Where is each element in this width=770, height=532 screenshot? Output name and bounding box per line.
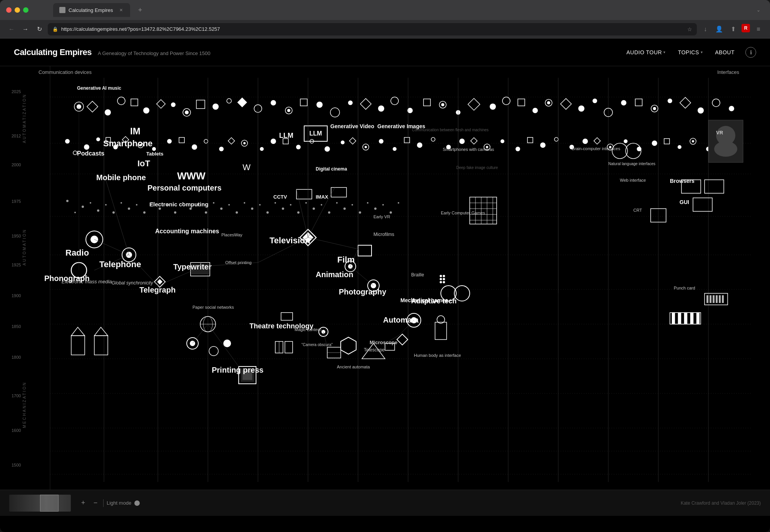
svg-point-237: [128, 207, 130, 210]
menu-icon[interactable]: ≡: [753, 24, 764, 35]
svg-point-55: [441, 103, 444, 106]
svg-point-255: [266, 211, 269, 214]
svg-point-229: [66, 200, 69, 202]
zoom-out-button[interactable]: −: [91, 499, 100, 508]
svg-point-66: [593, 99, 597, 103]
node-phonograph: Phonograph: [44, 274, 90, 283]
light-mode-toggle[interactable]: Light mode: [107, 500, 140, 506]
svg-point-131: [296, 145, 301, 149]
forward-button[interactable]: →: [20, 24, 31, 35]
svg-point-74: [698, 107, 704, 114]
minimize-button[interactable]: [15, 7, 20, 13]
node-paper-social-networks: Paper social networks: [192, 305, 234, 309]
svg-rect-201: [675, 313, 678, 324]
year-1500: 1500: [12, 463, 21, 467]
minimap-inner: [9, 495, 71, 512]
node-mobile-phone: Mobile phone: [96, 173, 146, 182]
svg-point-194: [443, 275, 445, 277]
svg-rect-215: [94, 336, 108, 355]
node-smartphone: Smartphone: [103, 139, 152, 149]
minimap[interactable]: [9, 495, 71, 512]
svg-point-72: [668, 99, 672, 103]
bookmark-icon[interactable]: ☆: [687, 26, 692, 32]
era-automation: Automation: [22, 166, 27, 328]
year-2025: 2025: [12, 89, 21, 94]
extensions-icon[interactable]: R: [742, 24, 750, 32]
svg-point-142: [431, 137, 435, 141]
svg-point-272: [398, 202, 399, 204]
svg-rect-40: [237, 97, 247, 107]
reload-button[interactable]: ↻: [34, 24, 45, 35]
svg-point-164: [692, 140, 694, 142]
svg-rect-28: [87, 101, 98, 112]
svg-point-154: [583, 139, 588, 144]
svg-rect-60: [518, 99, 525, 106]
svg-point-193: [440, 275, 442, 277]
svg-point-38: [213, 104, 219, 110]
svg-point-141: [417, 142, 422, 148]
svg-point-174: [612, 143, 628, 159]
svg-marker-214: [71, 327, 85, 336]
svg-point-261: [313, 207, 315, 210]
svg-point-119: [152, 147, 156, 151]
window-controls-chevron[interactable]: ⌄: [753, 5, 764, 15]
info-button[interactable]: ℹ: [745, 47, 756, 58]
svg-rect-207: [693, 313, 696, 324]
svg-line-273: [104, 174, 129, 255]
svg-rect-204: [684, 313, 687, 324]
svg-point-197: [440, 281, 442, 283]
tab-close-button[interactable]: ✕: [118, 7, 124, 13]
node-telegraph: Telegraph: [139, 286, 176, 294]
svg-text:LLM: LLM: [310, 130, 322, 137]
node-early-computer-games: Early Computer Games: [441, 211, 485, 215]
node-film: Film: [337, 255, 355, 265]
node-generative-video: Generative Video: [330, 123, 374, 129]
node-tablets: Tablets: [146, 151, 164, 157]
svg-point-250: [228, 204, 230, 206]
back-button[interactable]: ←: [6, 24, 17, 35]
node-radio: Radio: [65, 248, 89, 258]
about-nav[interactable]: ABOUT: [710, 47, 739, 58]
svg-rect-31: [131, 99, 138, 106]
topics-nav[interactable]: TOPICS ▾: [673, 47, 707, 58]
visualization-area[interactable]: Communication devices Interfaces: [0, 66, 770, 490]
site-subtitle: A Genealogy of Technology and Power Sinc…: [98, 50, 210, 56]
viz-canvas[interactable]: LLM: [0, 66, 770, 490]
svg-point-110: [65, 139, 70, 144]
svg-rect-203: [681, 313, 684, 324]
download-icon[interactable]: ↓: [700, 24, 711, 35]
node-microscope: Microscope: [370, 340, 397, 345]
audio-tour-nav[interactable]: AUDIO TOUR ▾: [622, 47, 670, 58]
svg-rect-179: [713, 295, 715, 303]
node-braille: Braille: [411, 272, 424, 278]
svg-point-68: [621, 100, 626, 105]
node-ancient-automata: Ancient automata: [337, 365, 370, 369]
zoom-divider: [103, 499, 104, 507]
svg-rect-205: [687, 313, 690, 324]
svg-point-265: [343, 207, 346, 210]
svg-point-111: [73, 151, 77, 155]
zoom-controls: + − Light mode: [79, 499, 140, 508]
maximize-button[interactable]: [23, 7, 28, 13]
svg-point-151: [540, 142, 546, 148]
svg-rect-208: [696, 313, 700, 324]
svg-point-44: [287, 109, 290, 112]
address-bar[interactable]: 🔒 https://calculatingempires.net/?pos=13…: [48, 23, 697, 35]
url-display: https://calculatingempires.net/?pos=1347…: [61, 26, 684, 32]
zoom-in-button[interactable]: +: [79, 499, 88, 508]
section-label-communication: Communication devices: [38, 69, 92, 75]
account-icon[interactable]: 👤: [714, 24, 725, 35]
svg-line-286: [208, 324, 239, 366]
node-iot: IoT: [137, 159, 150, 169]
svg-point-139: [393, 147, 397, 151]
svg-rect-53: [424, 99, 430, 106]
browser-tab[interactable]: Calculating Empires ✕: [53, 3, 130, 17]
new-tab-button[interactable]: +: [135, 5, 146, 15]
svg-point-32: [143, 107, 149, 114]
svg-point-267: [359, 211, 361, 214]
svg-point-260: [305, 202, 307, 204]
share-icon[interactable]: ⬆: [728, 24, 738, 35]
close-button[interactable]: [6, 7, 12, 13]
site-content: Calculating Empires A Genealogy of Techn…: [0, 38, 770, 532]
year-1850: 1850: [12, 324, 21, 329]
